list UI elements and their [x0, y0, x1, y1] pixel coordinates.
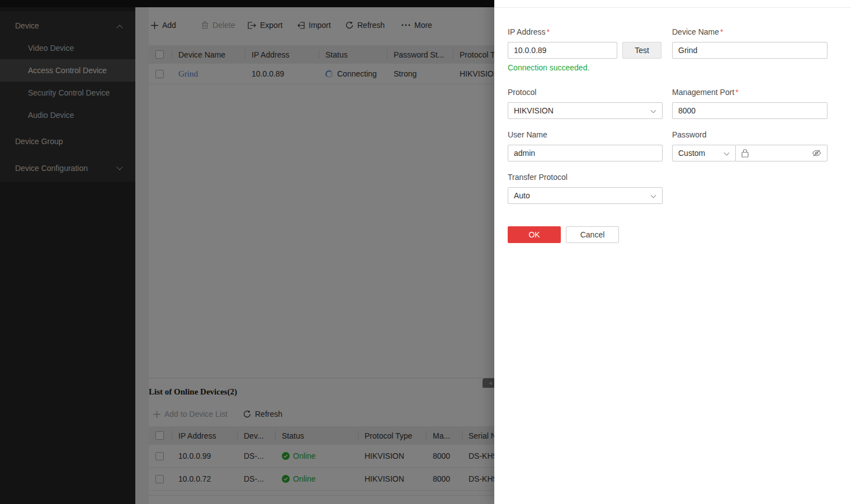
required-mark: * [720, 27, 723, 36]
required-mark: * [546, 27, 549, 36]
test-button[interactable]: Test [622, 42, 661, 59]
device-name-input[interactable] [672, 42, 828, 59]
chevron-down-icon [651, 193, 656, 198]
connection-status-message: Connection succeeded. [508, 63, 589, 72]
transfer-protocol-select[interactable]: Auto [508, 187, 663, 204]
ip-address-label: IP Address* [508, 27, 550, 36]
user-name-label: User Name [508, 130, 547, 139]
ok-button[interactable]: OK [508, 226, 561, 243]
device-name-label: Device Name* [672, 27, 723, 36]
chevron-down-icon [651, 108, 656, 113]
add-device-panel: IP Address* Test Connection succeeded. D… [494, 0, 851, 504]
protocol-label: Protocol [508, 88, 536, 97]
lock-icon [741, 149, 749, 158]
user-name-input[interactable] [508, 145, 663, 161]
ip-address-input[interactable] [508, 42, 617, 59]
required-mark: * [735, 88, 738, 97]
chevron-down-icon [724, 150, 730, 156]
protocol-select[interactable]: HIKVISION [508, 102, 663, 119]
eye-off-icon[interactable] [812, 149, 821, 157]
management-port-input[interactable] [672, 102, 828, 119]
modal-overlay [0, 0, 494, 504]
panel-divider [494, 7, 851, 8]
password-mode-select[interactable]: Custom [672, 145, 736, 161]
password-label: Password [672, 130, 706, 139]
password-input[interactable] [735, 145, 828, 161]
transfer-protocol-label: Transfer Protocol [508, 173, 568, 182]
cancel-button[interactable]: Cancel [566, 226, 619, 243]
management-port-label: Management Port* [672, 88, 739, 97]
